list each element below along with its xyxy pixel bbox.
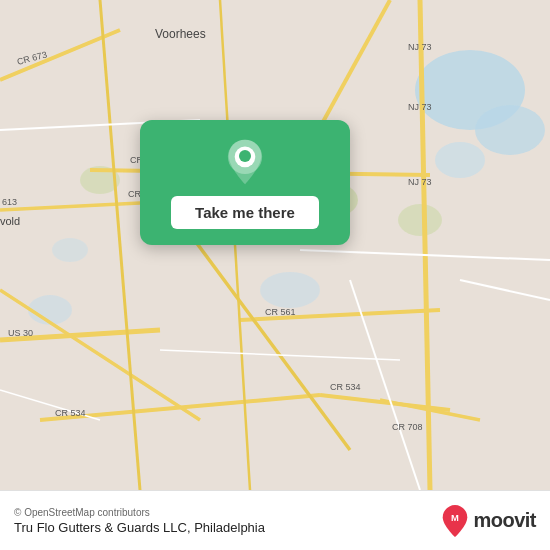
svg-point-10: [398, 204, 442, 236]
map-container: CR 673 NJ 73 NJ 73 NJ 73 CR 561 613 CR 6…: [0, 0, 550, 490]
svg-text:NJ 73: NJ 73: [408, 177, 432, 187]
location-card: Take me there: [140, 120, 350, 245]
attribution-text: © OpenStreetMap contributors: [14, 507, 265, 518]
moovit-pin-icon: M: [441, 504, 469, 538]
svg-text:613: 613: [2, 197, 17, 207]
svg-text:M: M: [452, 512, 460, 523]
moovit-logo: M moovit: [441, 504, 536, 538]
location-pin-icon: [221, 138, 269, 186]
svg-text:NJ 73: NJ 73: [408, 102, 432, 112]
take-me-there-button[interactable]: Take me there: [171, 196, 319, 229]
map-svg: CR 673 NJ 73 NJ 73 NJ 73 CR 561 613 CR 6…: [0, 0, 550, 490]
bottom-bar: © OpenStreetMap contributors Tru Flo Gut…: [0, 490, 550, 550]
svg-text:CR 534: CR 534: [55, 408, 86, 418]
svg-text:Voorhees: Voorhees: [155, 27, 206, 41]
svg-text:NJ 73: NJ 73: [408, 42, 432, 52]
svg-text:vold: vold: [0, 215, 20, 227]
business-name-text: Tru Flo Gutters & Guards LLC, Philadelph…: [14, 520, 265, 535]
bottom-info: © OpenStreetMap contributors Tru Flo Gut…: [14, 507, 265, 535]
svg-text:CR 534: CR 534: [330, 382, 361, 392]
svg-text:US 30: US 30: [8, 328, 33, 338]
svg-point-2: [475, 105, 545, 155]
svg-point-6: [52, 238, 88, 262]
moovit-brand-text: moovit: [473, 509, 536, 532]
svg-text:CR 561: CR 561: [265, 307, 296, 317]
svg-point-47: [239, 150, 251, 162]
svg-point-4: [260, 272, 320, 308]
svg-point-3: [435, 142, 485, 178]
svg-text:CR 708: CR 708: [392, 422, 423, 432]
